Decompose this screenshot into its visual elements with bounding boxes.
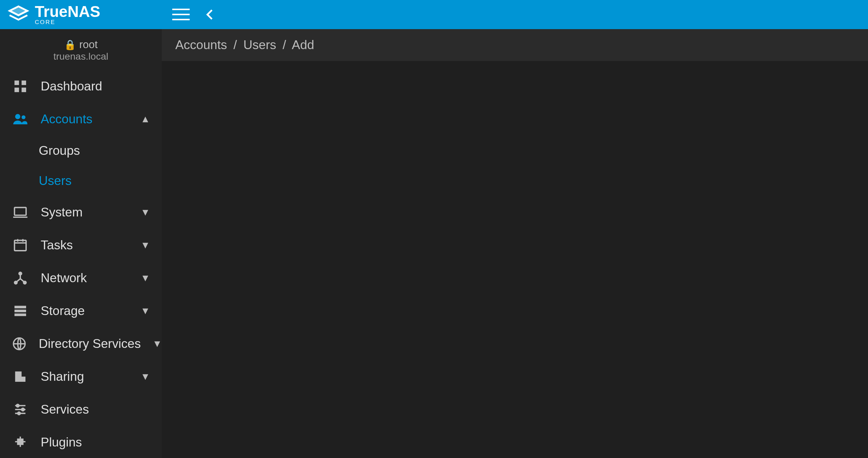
nav-label: System xyxy=(41,205,83,220)
storage-icon xyxy=(12,303,29,319)
sliders-icon xyxy=(12,402,29,417)
chevron-up-icon: ▲ xyxy=(140,113,150,125)
breadcrumb: Accounts / Users / Add xyxy=(162,29,868,61)
svg-point-18 xyxy=(17,404,19,407)
nav-storage[interactable]: Storage ▼ xyxy=(0,294,162,327)
svg-rect-15 xyxy=(15,310,26,312)
dashboard-icon xyxy=(12,79,29,94)
chevron-down-icon: ▼ xyxy=(140,272,150,284)
svg-rect-1 xyxy=(172,14,190,15)
topbar: TrueNAS CORE xyxy=(0,0,868,29)
system-user: root xyxy=(79,39,98,50)
accounts-icon xyxy=(12,111,29,127)
nav-tasks[interactable]: Tasks ▼ xyxy=(0,229,162,262)
chevron-down-icon: ▼ xyxy=(140,371,150,382)
nav-label: Sharing xyxy=(41,369,84,384)
brand-name: TrueNAS xyxy=(35,3,100,20)
svg-rect-3 xyxy=(15,80,19,85)
calendar-icon xyxy=(12,237,29,253)
breadcrumb-item[interactable]: Accounts xyxy=(175,38,227,52)
svg-point-11 xyxy=(19,272,22,275)
back-chevron-icon[interactable] xyxy=(203,8,217,21)
svg-rect-9 xyxy=(15,208,26,215)
nav-services[interactable]: Services xyxy=(0,393,162,426)
chevron-down-icon: ▼ xyxy=(140,240,150,251)
nav-system[interactable]: System ▼ xyxy=(0,196,162,229)
nav-sharing[interactable]: Sharing ▼ xyxy=(0,360,162,393)
svg-point-20 xyxy=(18,412,20,415)
chevron-down-icon: ▼ xyxy=(140,305,150,316)
nav-label: Directory Services xyxy=(39,336,141,351)
system-host: truenas.local xyxy=(0,51,162,62)
sidebar: 🔒 root truenas.local Dashboard Accounts … xyxy=(0,29,162,458)
nav-label: Services xyxy=(41,402,89,417)
breadcrumb-item[interactable]: Users xyxy=(243,38,276,52)
nav-label: Dashboard xyxy=(41,79,102,93)
svg-point-19 xyxy=(22,408,24,411)
laptop-icon xyxy=(12,204,29,220)
nav-groups[interactable]: Groups xyxy=(0,136,162,166)
hamburger-icon[interactable] xyxy=(172,6,190,23)
share-icon xyxy=(12,369,29,384)
svg-rect-16 xyxy=(15,313,26,316)
svg-rect-6 xyxy=(22,87,26,92)
svg-point-8 xyxy=(22,115,25,119)
nav-label: Plugins xyxy=(41,435,82,450)
nav-network[interactable]: Network ▼ xyxy=(0,262,162,294)
svg-rect-0 xyxy=(172,9,190,10)
svg-rect-4 xyxy=(22,80,26,85)
nav-dashboard[interactable]: Dashboard xyxy=(0,70,162,103)
nav-label: Tasks xyxy=(41,238,73,252)
brand-logo: TrueNAS CORE xyxy=(8,3,155,26)
lock-icon: 🔒 xyxy=(64,39,76,50)
nav-label: Network xyxy=(41,271,87,285)
nav-directory-services[interactable]: Directory Services ▼ xyxy=(0,327,162,360)
svg-rect-14 xyxy=(15,306,26,308)
chevron-down-icon: ▼ xyxy=(153,338,162,349)
breadcrumb-item: Add xyxy=(292,38,314,52)
svg-rect-5 xyxy=(15,87,19,92)
system-info: 🔒 root truenas.local xyxy=(0,35,162,70)
nav-label: Storage xyxy=(41,304,85,318)
truenas-logo-icon xyxy=(8,4,29,25)
puzzle-icon xyxy=(12,435,29,450)
network-icon xyxy=(12,270,29,286)
nav-users[interactable]: Users xyxy=(0,166,162,196)
nav-accounts[interactable]: Accounts ▲ xyxy=(0,103,162,136)
globe-icon xyxy=(12,336,27,352)
nav-label: Accounts xyxy=(41,112,93,126)
nav-plugins[interactable]: Plugins xyxy=(0,426,162,458)
svg-rect-2 xyxy=(172,19,190,20)
main-content: Accounts / Users / Add Identification Fu… xyxy=(162,29,868,458)
svg-rect-10 xyxy=(15,241,26,251)
chevron-down-icon: ▼ xyxy=(140,207,150,218)
svg-point-7 xyxy=(15,114,20,119)
